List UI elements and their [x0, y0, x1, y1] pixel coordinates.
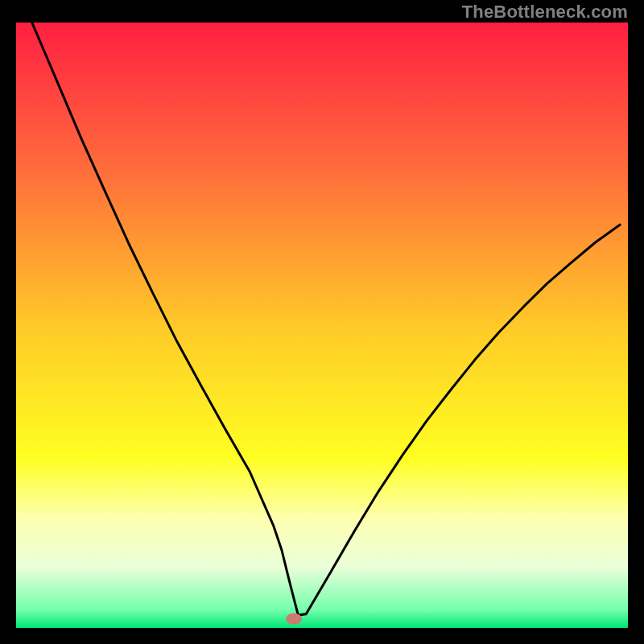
optimal-point-marker	[286, 613, 302, 625]
bottleneck-chart	[0, 0, 644, 644]
watermark-text: TheBottleneck.com	[462, 2, 628, 23]
plot-background	[16, 23, 628, 628]
chart-frame: TheBottleneck.com	[0, 0, 644, 644]
